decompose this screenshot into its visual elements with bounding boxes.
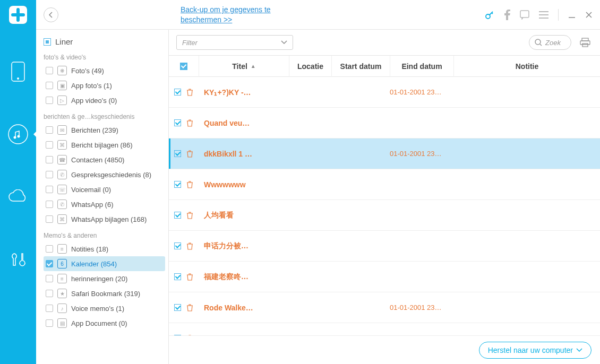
trash-icon[interactable] [186,180,193,188]
back-button[interactable] [44,7,58,22]
category-icon: ⌘ [57,214,67,224]
category-icon: ✉ [57,125,67,135]
trash-icon[interactable] [186,150,193,158]
select-all-checkbox[interactable] [180,63,187,70]
close-icon[interactable] [585,11,593,19]
minimize-icon[interactable] [568,11,576,19]
tree-item[interactable]: ☏Voicemail (0) [44,182,165,197]
trash-icon[interactable] [186,88,193,96]
filter-dropdown[interactable]: Filter [176,35,293,50]
tree-item[interactable]: ⌘Bericht bijlagen (86) [44,137,165,152]
trash-icon[interactable] [186,304,193,311]
restore-button[interactable]: Herstel naar uw computer [479,342,592,359]
trash-icon[interactable] [186,242,193,250]
tree-item[interactable]: ⌘WhatsApp bijlagen (168) [44,212,165,227]
device-checkbox[interactable] [44,38,51,46]
col-location[interactable]: Locatie [289,56,331,77]
tree-item[interactable]: ▤App Document (0) [44,316,165,331]
search-input[interactable]: Zoek [529,35,571,50]
group-label: berichten & ge…ksgeschiedenis [44,113,165,120]
table-row[interactable]: 申话力分被… [169,231,600,262]
row-checkbox[interactable] [174,273,181,280]
item-checkbox[interactable] [46,275,53,282]
tree-item[interactable]: ▷App video's (0) [44,93,165,108]
tree-item[interactable]: ▣App foto's (1) [44,78,165,93]
row-checkbox[interactable] [174,212,181,219]
trash-icon[interactable] [186,273,193,281]
tree-item[interactable]: 6Kalender (854) [44,256,165,271]
row-checkbox[interactable] [174,242,181,249]
chevron-down-icon [281,40,287,45]
table-row[interactable]: dkkBikxll 1 …01-01-2001 23… [169,138,600,169]
row-checkbox[interactable] [174,335,181,335]
footer: Herstel naar uw computer [169,335,600,364]
table-row[interactable]: KY₁+?)KY -…01-01-2001 23… [169,77,600,108]
category-sidebar: Liner foto's & video's❋Foto's (49)▣App f… [36,30,169,364]
col-start-date[interactable]: Start datum [331,56,390,77]
item-checkbox[interactable] [46,319,53,327]
rail-device[interactable] [0,51,36,92]
tree-item[interactable]: ♪Voice memo's (1) [44,301,165,316]
cell-title: Quand veu… [199,119,289,127]
row-checkbox[interactable] [174,119,181,126]
app-logo [0,0,36,30]
category-icon: ☏ [57,185,67,194]
tree-item[interactable]: ≡herinneringen (20) [44,271,165,286]
tree-item[interactable]: ❋Foto's (49) [44,63,165,78]
svg-point-6 [486,14,490,19]
row-checkbox[interactable] [174,181,181,188]
category-icon: ★ [57,289,67,298]
trash-icon[interactable] [186,211,193,219]
print-button[interactable] [578,35,593,50]
row-checkbox[interactable] [174,150,181,157]
backup-link[interactable]: Back-up om je gegevens te beschermen >> [181,5,287,24]
rail-media[interactable] [0,114,36,155]
item-checkbox[interactable] [46,215,53,223]
row-checkbox[interactable] [174,304,181,311]
device-row[interactable]: Liner [44,35,165,48]
cell-title: NoName's … [199,334,289,336]
trash-icon[interactable] [186,334,193,335]
group-label: foto's & video's [44,54,165,61]
item-checkbox[interactable] [46,186,53,193]
item-checkbox[interactable] [46,97,53,104]
facebook-icon[interactable] [504,10,510,20]
item-checkbox[interactable] [46,126,53,134]
item-checkbox[interactable] [46,290,53,297]
tree-item[interactable]: ☎Contacten (4850) [44,152,165,167]
item-checkbox[interactable] [46,260,53,267]
trash-icon[interactable] [186,119,193,127]
rail-cloud[interactable] [0,176,36,218]
tree-item[interactable]: ✆Gespreksgeschiedenis (8) [44,167,165,182]
item-checkbox[interactable] [46,82,53,89]
item-checkbox[interactable] [46,67,53,74]
search-icon [535,39,542,46]
item-checkbox[interactable] [46,201,53,208]
table-row[interactable]: Wwwwwww [169,169,600,200]
table-row[interactable]: NoName's …01-01-2001 23… [169,323,600,335]
item-label: App Document (0) [71,319,127,327]
item-checkbox[interactable] [46,305,53,312]
col-end-date[interactable]: Eind datum [390,56,453,77]
tree-item[interactable]: ★Safari Bookmark (319) [44,286,165,301]
menu-icon[interactable] [539,11,548,19]
category-icon: ▣ [57,81,67,90]
item-checkbox[interactable] [46,171,53,178]
tree-item[interactable]: ✆WhatsApp (6) [44,197,165,212]
table-row[interactable]: Rode Walke…01-01-2001 23… [169,292,600,323]
tree-item[interactable]: ≡Notities (18) [44,241,165,256]
col-title[interactable]: Titel▲ [199,56,289,77]
col-note[interactable]: Notitie [453,56,600,77]
cell-end-date: 01-01-2001 23… [390,150,453,158]
item-checkbox[interactable] [46,156,53,163]
table-row[interactable]: Quand veu… [169,108,600,138]
row-checkbox[interactable] [174,89,181,96]
item-checkbox[interactable] [46,141,53,149]
tree-item[interactable]: ✉Berichten (239) [44,123,165,137]
key-icon[interactable] [485,10,494,20]
table-row[interactable]: 人均看看 [169,200,600,231]
table-row[interactable]: 福建老察咚… [169,262,600,292]
item-checkbox[interactable] [46,245,53,253]
rail-tools[interactable] [0,239,36,280]
feedback-icon[interactable] [520,10,529,20]
